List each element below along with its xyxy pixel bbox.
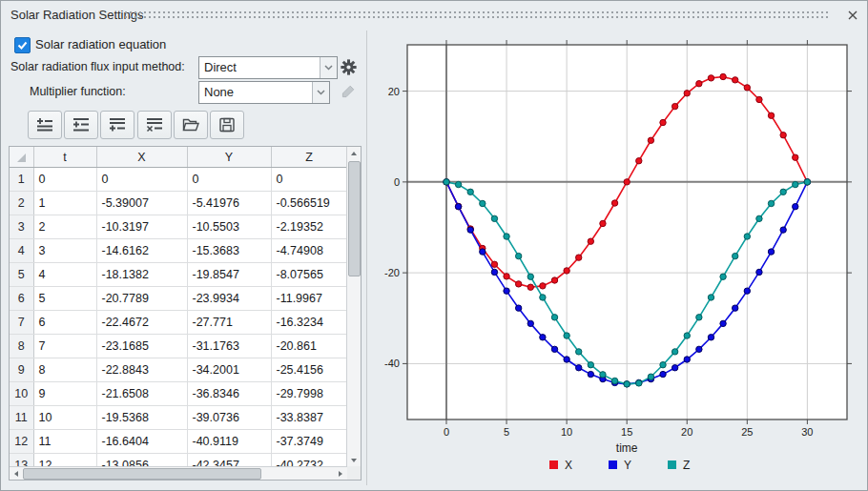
scroll-right-icon[interactable] (334, 467, 347, 480)
table-cell[interactable]: 5 (33, 287, 96, 311)
insert-row-below-button[interactable] (64, 111, 98, 139)
gear-icon (341, 59, 357, 75)
table-cell[interactable]: -23.9934 (187, 287, 271, 311)
table-cell[interactable]: -11.9967 (271, 287, 347, 311)
row-number[interactable]: 7 (10, 311, 33, 335)
drag-handle-dots[interactable] (125, 11, 831, 18)
table-cell[interactable]: -27.771 (187, 311, 271, 335)
table-cell[interactable]: -5.39007 (96, 192, 187, 215)
select-all-corner[interactable] (10, 147, 33, 168)
vertical-scrollbar[interactable] (346, 147, 361, 467)
table-cell[interactable]: -40.9119 (187, 430, 271, 454)
row-number[interactable]: 11 (10, 406, 33, 430)
column-header-z[interactable]: Z (271, 147, 347, 168)
svg-text:10: 10 (561, 426, 572, 438)
solar-radiation-settings-panel: Solar Radiation Settings Solar radiation… (0, 0, 868, 491)
row-number[interactable]: 3 (10, 215, 33, 239)
table-cell[interactable]: 8 (33, 358, 96, 382)
table-cell[interactable]: -33.8387 (271, 406, 347, 430)
table-cell[interactable]: 6 (33, 311, 96, 335)
table-cell[interactable]: -16.6404 (96, 430, 187, 454)
row-number[interactable]: 13 (10, 454, 33, 468)
vertical-scrollbar-thumb[interactable] (348, 161, 361, 276)
row-number[interactable]: 10 (10, 382, 33, 406)
insert-row-above-icon (36, 117, 53, 133)
table-cell[interactable]: -23.1685 (96, 335, 187, 358)
table-cell[interactable]: -39.0736 (187, 406, 271, 430)
insert-row-above-button[interactable] (28, 111, 62, 139)
table-cell[interactable]: 0 (271, 168, 347, 192)
table-cell[interactable]: -34.2001 (187, 358, 271, 382)
table-cell[interactable]: -5.41976 (187, 192, 271, 215)
table-cell[interactable]: -19.5368 (96, 406, 187, 430)
table-cell[interactable]: -10.5503 (187, 215, 271, 239)
open-table-button[interactable] (174, 111, 208, 139)
table-cell[interactable]: -29.7998 (271, 382, 347, 406)
table-cell[interactable]: -2.19352 (271, 215, 347, 239)
row-number[interactable]: 9 (10, 358, 33, 382)
flux-settings-button[interactable] (339, 57, 358, 76)
save-table-button[interactable] (210, 111, 244, 139)
table-cell[interactable]: -22.4672 (96, 311, 187, 335)
table-cell[interactable]: -20.861 (271, 335, 347, 358)
flux-method-dropdown[interactable]: Direct (198, 56, 338, 79)
column-header-y[interactable]: Y (187, 147, 271, 168)
table-cell[interactable]: -18.1382 (96, 263, 187, 287)
table-cell[interactable]: -19.8547 (187, 263, 271, 287)
table-cell[interactable]: -20.7789 (96, 287, 187, 311)
scroll-down-icon[interactable] (347, 454, 361, 467)
chevron-down-icon[interactable] (312, 82, 329, 103)
equation-checkbox[interactable] (14, 37, 31, 53)
table-cell[interactable]: 1 (33, 192, 96, 215)
table-cell[interactable]: -40.2732 (271, 454, 347, 468)
row-number[interactable]: 12 (10, 430, 33, 454)
multiplier-dropdown[interactable]: None (198, 81, 330, 104)
table-cell[interactable]: 12 (33, 454, 96, 468)
add-row-button[interactable] (100, 111, 134, 139)
chevron-down-icon[interactable] (320, 57, 337, 78)
row-number[interactable]: 8 (10, 335, 33, 358)
table-cell[interactable]: -37.3749 (271, 430, 347, 454)
column-header-t[interactable]: t (33, 147, 96, 168)
row-number[interactable]: 5 (10, 263, 33, 287)
table-row: 98-22.8843-34.2001-25.4156 (10, 358, 347, 382)
table-cell[interactable]: -10.3197 (96, 215, 187, 239)
table-cell[interactable]: -8.07565 (271, 263, 347, 287)
table-cell[interactable]: 7 (33, 335, 96, 358)
table-cell[interactable]: -25.4156 (271, 358, 347, 382)
table-cell[interactable]: 11 (33, 430, 96, 454)
row-number[interactable]: 6 (10, 287, 33, 311)
table-cell[interactable]: -4.74908 (271, 239, 347, 263)
multiplier-label: Multiplier function: (30, 85, 126, 98)
row-number[interactable]: 4 (10, 239, 33, 263)
row-number[interactable]: 2 (10, 192, 33, 215)
column-header-x[interactable]: X (96, 147, 187, 168)
table-row: 87-23.1685-31.1763-20.861 (10, 335, 347, 358)
horizontal-scrollbar[interactable] (10, 466, 347, 480)
table-cell[interactable]: -42.3457 (187, 454, 271, 468)
delete-row-button[interactable] (137, 111, 172, 139)
table-cell[interactable]: -13.0856 (96, 454, 187, 468)
table-cell[interactable]: -36.8346 (187, 382, 271, 406)
table-cell[interactable]: -14.6162 (96, 239, 187, 263)
scroll-up-icon[interactable] (347, 147, 361, 160)
table-cell[interactable]: 0 (33, 168, 96, 192)
multiplier-edit-button[interactable] (339, 82, 358, 101)
table-cell[interactable]: 2 (33, 215, 96, 239)
table-cell[interactable]: 9 (33, 382, 96, 406)
table-cell[interactable]: 0 (96, 168, 187, 192)
table-cell[interactable]: -0.566519 (271, 192, 347, 215)
close-icon[interactable] (846, 9, 859, 22)
table-cell[interactable]: 10 (33, 406, 96, 430)
table-cell[interactable]: -15.3683 (187, 239, 271, 263)
scroll-left-icon[interactable] (10, 467, 23, 480)
horizontal-scrollbar-thumb[interactable] (23, 468, 261, 480)
row-number[interactable]: 1 (10, 168, 33, 192)
table-cell[interactable]: 0 (187, 168, 271, 192)
table-cell[interactable]: 4 (33, 263, 96, 287)
table-cell[interactable]: -22.8843 (96, 358, 187, 382)
table-cell[interactable]: -21.6508 (96, 382, 187, 406)
table-cell[interactable]: -31.1763 (187, 335, 271, 358)
table-cell[interactable]: 3 (33, 239, 96, 263)
table-cell[interactable]: -16.3234 (271, 311, 347, 335)
